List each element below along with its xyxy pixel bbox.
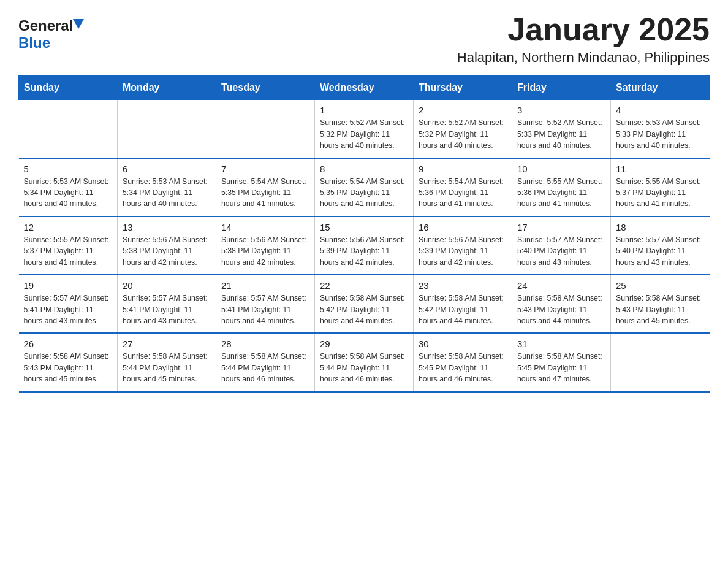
calendar-cell: 26Sunrise: 5:58 AM Sunset: 5:43 PM Dayli… bbox=[19, 333, 118, 391]
calendar-cell: 19Sunrise: 5:57 AM Sunset: 5:41 PM Dayli… bbox=[19, 275, 118, 333]
calendar-cell: 10Sunrise: 5:55 AM Sunset: 5:36 PM Dayli… bbox=[512, 158, 611, 216]
page-subtitle: Halapitan, Northern Mindanao, Philippine… bbox=[457, 50, 710, 66]
day-info: Sunrise: 5:53 AM Sunset: 5:34 PM Dayligh… bbox=[24, 176, 113, 210]
day-number: 24 bbox=[517, 280, 605, 291]
day-number: 14 bbox=[221, 222, 309, 232]
calendar-cell: 17Sunrise: 5:57 AM Sunset: 5:40 PM Dayli… bbox=[512, 216, 611, 275]
day-number: 17 bbox=[517, 222, 605, 232]
calendar-cell: 5Sunrise: 5:53 AM Sunset: 5:34 PM Daylig… bbox=[19, 158, 118, 216]
calendar-cell: 28Sunrise: 5:58 AM Sunset: 5:44 PM Dayli… bbox=[216, 333, 315, 391]
day-number: 10 bbox=[517, 164, 605, 174]
header-cell-thursday: Thursday bbox=[414, 76, 512, 100]
page-header: General Blue January 2025 Halapitan, Nor… bbox=[18, 12, 710, 66]
calendar-table: SundayMondayTuesdayWednesdayThursdayFrid… bbox=[18, 75, 710, 393]
calendar-cell: 21Sunrise: 5:57 AM Sunset: 5:41 PM Dayli… bbox=[216, 275, 315, 333]
calendar-week-3: 12Sunrise: 5:55 AM Sunset: 5:37 PM Dayli… bbox=[19, 216, 710, 275]
day-number: 19 bbox=[24, 280, 113, 291]
day-info: Sunrise: 5:52 AM Sunset: 5:33 PM Dayligh… bbox=[517, 117, 605, 151]
header-cell-friday: Friday bbox=[512, 76, 611, 100]
day-number: 12 bbox=[24, 222, 113, 232]
day-info: Sunrise: 5:54 AM Sunset: 5:35 PM Dayligh… bbox=[221, 176, 309, 210]
calendar-cell: 27Sunrise: 5:58 AM Sunset: 5:44 PM Dayli… bbox=[118, 333, 216, 391]
day-info: Sunrise: 5:58 AM Sunset: 5:43 PM Dayligh… bbox=[24, 351, 113, 385]
calendar-cell: 9Sunrise: 5:54 AM Sunset: 5:36 PM Daylig… bbox=[414, 158, 512, 216]
day-info: Sunrise: 5:57 AM Sunset: 5:41 PM Dayligh… bbox=[221, 293, 309, 326]
day-number: 22 bbox=[320, 280, 408, 291]
calendar-cell: 2Sunrise: 5:52 AM Sunset: 5:32 PM Daylig… bbox=[414, 100, 512, 158]
day-info: Sunrise: 5:56 AM Sunset: 5:38 PM Dayligh… bbox=[123, 234, 211, 268]
calendar-week-5: 26Sunrise: 5:58 AM Sunset: 5:43 PM Dayli… bbox=[19, 333, 710, 391]
calendar-cell: 25Sunrise: 5:58 AM Sunset: 5:43 PM Dayli… bbox=[611, 275, 710, 333]
calendar-cell: 20Sunrise: 5:57 AM Sunset: 5:41 PM Dayli… bbox=[118, 275, 216, 333]
calendar-cell bbox=[19, 100, 118, 158]
day-number: 28 bbox=[221, 339, 309, 349]
title-block: January 2025 Halapitan, Northern Mindana… bbox=[457, 12, 710, 66]
calendar-cell: 31Sunrise: 5:58 AM Sunset: 5:45 PM Dayli… bbox=[512, 333, 611, 391]
calendar-cell: 16Sunrise: 5:56 AM Sunset: 5:39 PM Dayli… bbox=[414, 216, 512, 275]
calendar-cell: 3Sunrise: 5:52 AM Sunset: 5:33 PM Daylig… bbox=[512, 100, 611, 158]
day-number: 4 bbox=[616, 105, 705, 115]
day-number: 6 bbox=[123, 164, 211, 174]
day-number: 8 bbox=[320, 164, 408, 174]
day-number: 13 bbox=[123, 222, 211, 232]
header-cell-wednesday: Wednesday bbox=[315, 76, 414, 100]
day-info: Sunrise: 5:57 AM Sunset: 5:41 PM Dayligh… bbox=[123, 293, 211, 326]
day-number: 26 bbox=[24, 339, 113, 349]
calendar-cell: 8Sunrise: 5:54 AM Sunset: 5:35 PM Daylig… bbox=[315, 158, 414, 216]
day-info: Sunrise: 5:58 AM Sunset: 5:44 PM Dayligh… bbox=[123, 351, 211, 385]
header-cell-sunday: Sunday bbox=[19, 76, 118, 100]
day-info: Sunrise: 5:56 AM Sunset: 5:39 PM Dayligh… bbox=[320, 234, 408, 268]
day-info: Sunrise: 5:57 AM Sunset: 5:40 PM Dayligh… bbox=[616, 234, 705, 268]
calendar-cell: 1Sunrise: 5:52 AM Sunset: 5:32 PM Daylig… bbox=[315, 100, 414, 158]
calendar-cell: 15Sunrise: 5:56 AM Sunset: 5:39 PM Dayli… bbox=[315, 216, 414, 275]
day-info: Sunrise: 5:55 AM Sunset: 5:37 PM Dayligh… bbox=[616, 176, 705, 210]
calendar-cell: 4Sunrise: 5:53 AM Sunset: 5:33 PM Daylig… bbox=[611, 100, 710, 158]
day-info: Sunrise: 5:54 AM Sunset: 5:36 PM Dayligh… bbox=[419, 176, 507, 210]
day-info: Sunrise: 5:57 AM Sunset: 5:41 PM Dayligh… bbox=[24, 293, 113, 326]
day-info: Sunrise: 5:58 AM Sunset: 5:44 PM Dayligh… bbox=[320, 351, 408, 385]
calendar-cell bbox=[216, 100, 315, 158]
calendar-cell: 30Sunrise: 5:58 AM Sunset: 5:45 PM Dayli… bbox=[414, 333, 512, 391]
day-info: Sunrise: 5:57 AM Sunset: 5:40 PM Dayligh… bbox=[517, 234, 605, 268]
header-cell-tuesday: Tuesday bbox=[216, 76, 315, 100]
day-info: Sunrise: 5:55 AM Sunset: 5:37 PM Dayligh… bbox=[24, 234, 113, 268]
calendar-header: SundayMondayTuesdayWednesdayThursdayFrid… bbox=[19, 76, 710, 100]
calendar-cell: 7Sunrise: 5:54 AM Sunset: 5:35 PM Daylig… bbox=[216, 158, 315, 216]
calendar-cell bbox=[118, 100, 216, 158]
calendar-cell: 6Sunrise: 5:53 AM Sunset: 5:34 PM Daylig… bbox=[118, 158, 216, 216]
day-info: Sunrise: 5:58 AM Sunset: 5:42 PM Dayligh… bbox=[419, 293, 507, 326]
day-info: Sunrise: 5:54 AM Sunset: 5:35 PM Dayligh… bbox=[320, 176, 408, 210]
day-number: 16 bbox=[419, 222, 507, 232]
day-number: 3 bbox=[517, 105, 605, 115]
svg-marker-0 bbox=[73, 19, 84, 29]
calendar-cell: 18Sunrise: 5:57 AM Sunset: 5:40 PM Dayli… bbox=[611, 216, 710, 275]
day-number: 20 bbox=[123, 280, 211, 291]
header-cell-monday: Monday bbox=[118, 76, 216, 100]
header-row: SundayMondayTuesdayWednesdayThursdayFrid… bbox=[19, 76, 710, 100]
calendar-cell bbox=[611, 333, 710, 391]
day-number: 2 bbox=[419, 105, 507, 115]
day-info: Sunrise: 5:55 AM Sunset: 5:36 PM Dayligh… bbox=[517, 176, 605, 210]
day-info: Sunrise: 5:58 AM Sunset: 5:45 PM Dayligh… bbox=[517, 351, 605, 385]
logo-blue: Blue bbox=[18, 34, 50, 52]
day-number: 1 bbox=[320, 105, 408, 115]
day-info: Sunrise: 5:58 AM Sunset: 5:43 PM Dayligh… bbox=[517, 293, 605, 326]
calendar-cell: 23Sunrise: 5:58 AM Sunset: 5:42 PM Dayli… bbox=[414, 275, 512, 333]
calendar-week-1: 1Sunrise: 5:52 AM Sunset: 5:32 PM Daylig… bbox=[19, 100, 710, 158]
day-number: 30 bbox=[419, 339, 507, 349]
calendar-cell: 22Sunrise: 5:58 AM Sunset: 5:42 PM Dayli… bbox=[315, 275, 414, 333]
calendar-cell: 29Sunrise: 5:58 AM Sunset: 5:44 PM Dayli… bbox=[315, 333, 414, 391]
calendar-body: 1Sunrise: 5:52 AM Sunset: 5:32 PM Daylig… bbox=[19, 100, 710, 392]
day-info: Sunrise: 5:58 AM Sunset: 5:44 PM Dayligh… bbox=[221, 351, 309, 385]
calendar-week-2: 5Sunrise: 5:53 AM Sunset: 5:34 PM Daylig… bbox=[19, 158, 710, 216]
day-number: 27 bbox=[123, 339, 211, 349]
day-number: 23 bbox=[419, 280, 507, 291]
calendar-cell: 11Sunrise: 5:55 AM Sunset: 5:37 PM Dayli… bbox=[611, 158, 710, 216]
day-info: Sunrise: 5:58 AM Sunset: 5:45 PM Dayligh… bbox=[419, 351, 507, 385]
day-number: 5 bbox=[24, 164, 113, 174]
day-info: Sunrise: 5:58 AM Sunset: 5:43 PM Dayligh… bbox=[616, 293, 705, 326]
logo-general: General bbox=[18, 17, 73, 34]
calendar-cell: 24Sunrise: 5:58 AM Sunset: 5:43 PM Dayli… bbox=[512, 275, 611, 333]
day-info: Sunrise: 5:52 AM Sunset: 5:32 PM Dayligh… bbox=[419, 117, 507, 151]
header-cell-saturday: Saturday bbox=[611, 76, 710, 100]
